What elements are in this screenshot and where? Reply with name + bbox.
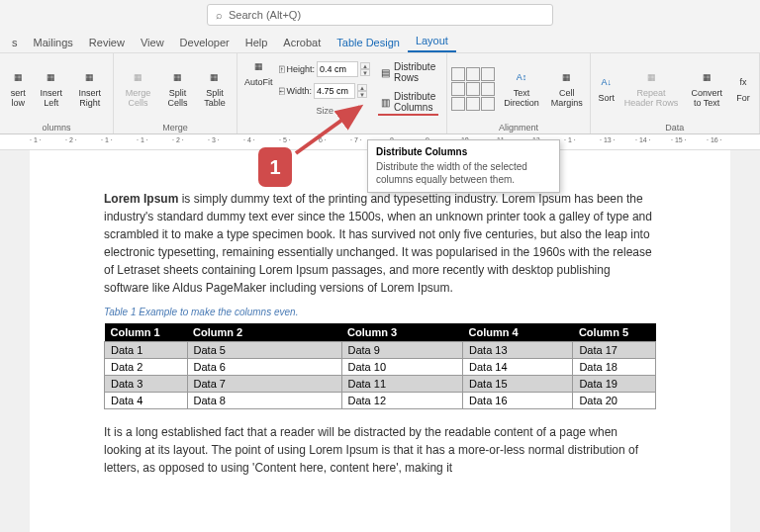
distribute-columns-button[interactable]: ▥Distribute Columns bbox=[378, 90, 438, 116]
width-input[interactable] bbox=[314, 83, 355, 99]
tab-developer[interactable]: Developer bbox=[172, 33, 238, 52]
svg-line-1 bbox=[296, 107, 360, 153]
tooltip-title: Distribute Columns bbox=[376, 146, 551, 157]
convert-text-button[interactable]: ▦Convert to Text bbox=[684, 56, 729, 121]
text-direction-button[interactable]: A↕Text Direction bbox=[501, 67, 542, 111]
height-input[interactable] bbox=[317, 61, 358, 77]
width-spinner[interactable]: ▲▼ bbox=[357, 84, 367, 98]
annotation-arrow bbox=[291, 99, 370, 158]
ribbon-tabs: s Mailings Review View Developer Help Ac… bbox=[0, 30, 760, 53]
text-direction-icon: A↕ bbox=[513, 69, 530, 87]
tab-partial[interactable]: s bbox=[4, 33, 26, 52]
dist-rows-icon: ▤ bbox=[381, 67, 390, 78]
search-icon: ⌕ bbox=[216, 9, 223, 21]
ribbon: ▦sert low ▦Insert Left ▦Insert Right olu… bbox=[0, 53, 760, 134]
search-box[interactable]: ⌕ Search (Alt+Q) bbox=[207, 4, 553, 26]
cell-margins-icon: ▦ bbox=[558, 69, 576, 87]
group-rows-cols: ▦sert low ▦Insert Left ▦Insert Right olu… bbox=[0, 53, 114, 133]
convert-icon: ▦ bbox=[698, 69, 715, 87]
paragraph-2[interactable]: It is a long established fact that a rea… bbox=[104, 423, 656, 477]
distribute-rows-button[interactable]: ▤Distribute Rows bbox=[378, 60, 438, 84]
insert-right-button[interactable]: ▦Insert Right bbox=[70, 56, 109, 121]
group-merge: ▦Merge Cells ▦Split Cells ▦Split Table M… bbox=[114, 53, 238, 133]
repeat-header-button[interactable]: ▦Repeat Header Rows bbox=[620, 56, 683, 121]
title-bar: ⌕ Search (Alt+Q) bbox=[0, 0, 760, 30]
insert-below-icon: ▦ bbox=[9, 69, 27, 87]
width-icon: ⍇ bbox=[279, 86, 284, 96]
cell-margins-button[interactable]: ▦Cell Margins bbox=[548, 67, 586, 111]
sort-button[interactable]: A↓Sort bbox=[595, 56, 618, 121]
merge-icon: ▦ bbox=[130, 69, 147, 87]
merge-cells-button[interactable]: ▦Merge Cells bbox=[118, 56, 158, 121]
data-table[interactable]: Column 1 Column 2 Column 3 Column 4 Colu… bbox=[104, 323, 656, 409]
document-area[interactable]: Lorem Ipsum is simply dummy text of the … bbox=[30, 150, 730, 532]
width-row: ⍇ Width: ▲▼ bbox=[279, 82, 370, 100]
height-row: ⍐ Height: ▲▼ bbox=[279, 60, 370, 78]
annotation-badge-1: 1 bbox=[258, 147, 292, 187]
distribute-columns-tooltip: Distribute Columns Distribute the width … bbox=[367, 139, 560, 193]
split-icon: ▦ bbox=[168, 69, 186, 87]
repeat-icon: ▦ bbox=[642, 69, 660, 87]
autofit-icon: ▦ bbox=[249, 58, 267, 76]
tab-mailings[interactable]: Mailings bbox=[26, 33, 81, 52]
table-row: Data 1Data 5Data 9Data 13Data 17 bbox=[105, 342, 656, 359]
height-icon: ⍐ bbox=[279, 64, 284, 74]
tab-view[interactable]: View bbox=[133, 33, 172, 52]
dist-cols-icon: ▥ bbox=[381, 97, 390, 108]
table-caption[interactable]: Table 1 Example to make the columns even… bbox=[104, 307, 656, 317]
table-header-row[interactable]: Column 1 Column 2 Column 3 Column 4 Colu… bbox=[105, 323, 656, 342]
formula-button[interactable]: fxFor bbox=[731, 56, 755, 121]
insert-left-button[interactable]: ▦Insert Left bbox=[34, 56, 68, 121]
table-row: Data 2Data 6Data 10Data 14Data 18 bbox=[105, 359, 656, 376]
sort-icon: A↓ bbox=[598, 74, 616, 92]
tab-help[interactable]: Help bbox=[238, 33, 276, 52]
group-data: A↓Sort ▦Repeat Header Rows ▦Convert to T… bbox=[591, 53, 760, 133]
insert-left-icon: ▦ bbox=[43, 69, 60, 87]
tab-table-design[interactable]: Table Design bbox=[329, 33, 408, 52]
split-cells-button[interactable]: ▦Split Cells bbox=[160, 56, 195, 121]
height-spinner[interactable]: ▲▼ bbox=[360, 62, 370, 76]
insert-right-icon: ▦ bbox=[81, 69, 99, 87]
table-row: Data 3Data 7Data 11Data 15Data 19 bbox=[105, 376, 656, 393]
split-table-icon: ▦ bbox=[206, 69, 224, 87]
paragraph-1[interactable]: Lorem Ipsum is simply dummy text of the … bbox=[104, 190, 656, 297]
tab-review[interactable]: Review bbox=[81, 33, 133, 52]
table-row: Data 4Data 8Data 12Data 16Data 20 bbox=[105, 393, 656, 409]
tab-acrobat[interactable]: Acrobat bbox=[275, 33, 329, 52]
alignment-grid[interactable] bbox=[451, 67, 495, 111]
search-placeholder: Search (Alt+Q) bbox=[229, 9, 301, 21]
insert-below-button[interactable]: ▦sert low bbox=[4, 56, 32, 121]
group-alignment: A↕Text Direction ▦Cell Margins Alignment bbox=[447, 53, 591, 133]
split-table-button[interactable]: ▦Split Table bbox=[197, 56, 233, 121]
tab-layout[interactable]: Layout bbox=[408, 31, 456, 52]
formula-icon: fx bbox=[734, 74, 752, 92]
autofit-button[interactable]: ▦AutoFit bbox=[241, 56, 276, 90]
tooltip-description: Distribute the width of the selected col… bbox=[376, 160, 551, 186]
